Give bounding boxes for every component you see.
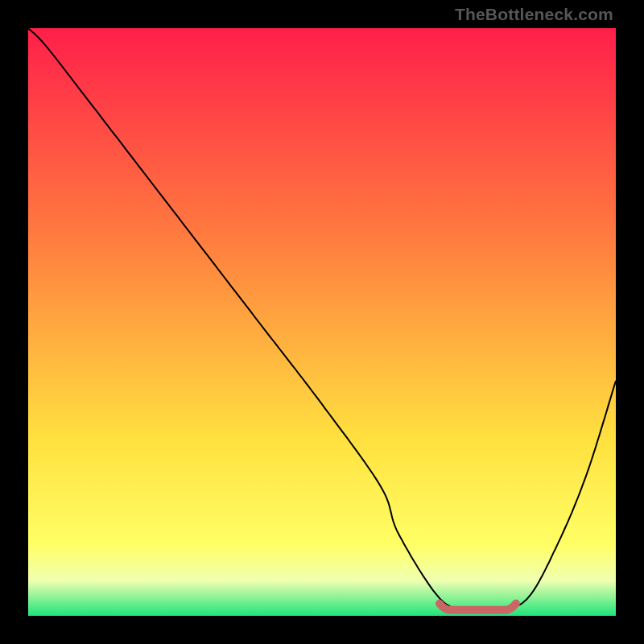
optimal-marker xyxy=(440,604,516,610)
bottleneck-curve xyxy=(28,28,616,616)
curve-line xyxy=(28,28,616,612)
chart-frame: TheBottleneck.com xyxy=(0,0,644,644)
watermark-text: TheBottleneck.com xyxy=(455,5,613,24)
plot-area xyxy=(28,28,616,616)
